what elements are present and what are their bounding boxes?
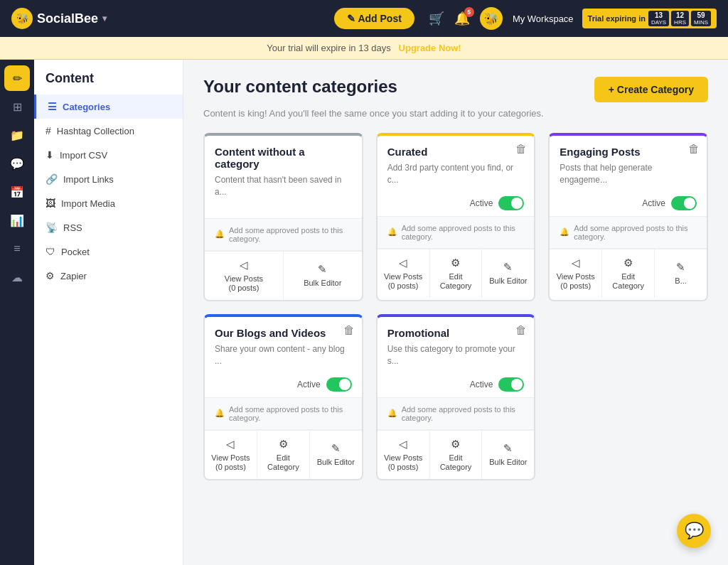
sidebar-icon-grid[interactable]: ⊞ (4, 94, 30, 119)
edit-label-engaging: Edit Category (605, 272, 651, 291)
view-posts-label-blogs: View Posts(0 posts) (211, 453, 250, 472)
view-posts-button-engaging[interactable]: ◁ View Posts(0 posts) (550, 249, 602, 298)
card-top-curated: 🗑 Curated Add 3rd party content you find… (378, 136, 535, 192)
chat-fab-icon: 💬 (685, 522, 704, 540)
bulk-editor-button-promotional[interactable]: ✎ Bulk Editor (482, 431, 534, 479)
card-actions-engaging: ◁ View Posts(0 posts) ⚙ Edit Category ✎ … (550, 249, 707, 298)
alert-text-blogs: Add some approved posts to this category… (229, 405, 352, 422)
edit-category-button-engaging[interactable]: ⚙ Edit Category (602, 249, 655, 298)
active-label-promotional: Active (470, 380, 493, 389)
hashtag-label: Hashtag Collection (57, 126, 134, 136)
bulk-editor-button-curated[interactable]: ✎ Bulk Editor (482, 249, 534, 298)
nav-icons: 🛒 🔔 5 🐝 My Workspace (429, 7, 574, 30)
cart-icon[interactable]: 🛒 (429, 11, 444, 26)
avatar[interactable]: 🐝 (480, 7, 503, 30)
sidebar-item-media[interactable]: 🖼 Import Media (34, 191, 183, 215)
toggle-curated[interactable] (498, 196, 524, 210)
logo[interactable]: 🐝 SocialBee ▾ (11, 8, 326, 29)
add-post-button[interactable]: ✎ Add Post (334, 8, 414, 29)
card-active-blogs: Active (205, 373, 362, 397)
bulk-editor-label: Bulk Editor (304, 279, 341, 288)
sidebar-item-categories[interactable]: ☰ Categories (34, 95, 183, 119)
view-posts-button-curated[interactable]: ◁ View Posts(0 posts) (378, 249, 430, 298)
top-navigation: 🐝 SocialBee ▾ ✎ Add Post 🛒 🔔 5 🐝 My Work… (0, 0, 728, 37)
card-alert-engaging: 🔔 Add some approved posts to this catego… (550, 216, 707, 249)
toggle-promotional[interactable] (498, 377, 524, 392)
hashtag-icon: # (46, 125, 51, 136)
sidebar-icon-content[interactable]: ✏ (4, 65, 30, 91)
view-posts-button-blogs[interactable]: ◁ View Posts(0 posts) (205, 431, 257, 479)
edit-category-button-curated[interactable]: ⚙ Edit Category (430, 249, 483, 298)
sidebar-icon-chat[interactable]: 💬 (4, 151, 30, 176)
edit-category-button-promotional[interactable]: ⚙ Edit Category (430, 431, 483, 479)
sidebar-icon-analytics[interactable]: 📊 (4, 208, 30, 233)
active-label-engaging: Active (642, 198, 665, 208)
page-title-area: Your content categories (203, 77, 397, 97)
bulk-editor-button-engaging[interactable]: ✎ B... (655, 249, 707, 298)
view-posts-icon-curated: ◁ (399, 257, 407, 269)
bulk-editor-icon: ✎ (318, 263, 327, 276)
create-category-button[interactable]: + Create Category (594, 77, 708, 102)
media-label: Import Media (61, 198, 115, 209)
card-alert-promotional: 🔔 Add some approved posts to this catego… (378, 397, 535, 430)
sidebar-item-hashtag[interactable]: # Hashtag Collection (34, 119, 183, 143)
sidebar-icon-calendar[interactable]: 📅 (4, 179, 30, 205)
notification-badge: 5 (464, 7, 474, 17)
card-active-curated: Active (378, 192, 535, 216)
view-posts-button-promotional[interactable]: ◁ View Posts(0 posts) (378, 431, 430, 479)
edit-category-button-blogs[interactable]: ⚙ Edit Category (257, 431, 310, 479)
card-desc-engaging: Posts that help generate engageme... (560, 162, 697, 186)
pocket-label: Pocket (61, 247, 90, 257)
sidebar-icon-rail: ✏ ⊞ 📁 💬 📅 📊 ≡ ☁ (0, 60, 34, 565)
view-posts-button-no-category[interactable]: ◁ View Posts(0 posts) (205, 252, 284, 300)
zapier-icon: ⚙ (46, 270, 55, 281)
sidebar-item-pocket[interactable]: 🛡 Pocket (34, 240, 183, 264)
edit-icon-promotional: ⚙ (451, 438, 460, 451)
sidebar-item-zapier[interactable]: ⚙ Zapier (34, 264, 183, 288)
categories-label: Categories (63, 102, 110, 112)
bulk-editor-icon-engaging: ✎ (676, 261, 685, 274)
category-card-no-category: Content without a category Content that … (203, 133, 363, 301)
view-posts-icon-engaging: ◁ (572, 257, 580, 269)
delete-promotional-button[interactable]: 🗑 (515, 324, 527, 337)
sidebar-item-rss[interactable]: 📡 RSS (34, 215, 183, 240)
view-posts-label-engaging: View Posts(0 posts) (557, 272, 595, 291)
alert-text: Add some approved posts to this category… (229, 226, 352, 243)
chat-fab-button[interactable]: 💬 (677, 514, 711, 548)
card-desc-promotional: Use this category to promote your s... (387, 343, 525, 367)
alert-text-engaging: Add some approved posts to this category… (574, 224, 697, 241)
rss-label: RSS (63, 222, 82, 233)
trial-mins: 59 (697, 11, 705, 19)
trial-badge[interactable]: Trial expiring in 13 DAYS 12 HRS 59 MINS (582, 9, 717, 28)
card-actions-promotional: ◁ View Posts(0 posts) ⚙ Edit Category ✎ … (378, 430, 535, 479)
categories-grid: Content without a category Content that … (203, 133, 708, 480)
view-posts-icon-promotional: ◁ (399, 438, 407, 451)
delete-engaging-button[interactable]: 🗑 (688, 143, 700, 156)
card-actions-curated: ◁ View Posts(0 posts) ⚙ Edit Category ✎ … (378, 249, 535, 298)
delete-curated-button[interactable]: 🗑 (515, 143, 527, 156)
toggle-blogs[interactable] (326, 377, 352, 392)
sidebar-icon-cloud[interactable]: ☁ (4, 264, 30, 290)
sidebar-icon-list[interactable]: ≡ (4, 236, 30, 262)
sidebar-item-csv[interactable]: ⬇ Import CSV (34, 143, 183, 167)
card-desc-blogs: Share your own content - any blog ... (215, 343, 352, 367)
card-desc-curated: Add 3rd party content you find, or c... (387, 162, 525, 186)
main-layout: ✏ ⊞ 📁 💬 📅 📊 ≡ ☁ Content ☰ Categories # H… (0, 60, 728, 565)
main-content: Your content categories + Create Categor… (183, 60, 728, 565)
bulk-editor-label-blogs: Bulk Editor (317, 458, 355, 467)
notification-icon[interactable]: 🔔 5 (454, 11, 470, 26)
trial-time: 13 DAYS 12 HRS 59 MINS (648, 11, 711, 26)
category-card-promotional: 🗑 Promotional Use this category to promo… (376, 314, 536, 480)
bulk-editor-button-no-category[interactable]: ✎ Bulk Editor (284, 252, 362, 300)
card-active-engaging: Active (550, 192, 707, 216)
card-top-promotional: 🗑 Promotional Use this category to promo… (378, 317, 535, 373)
bulk-editor-button-blogs[interactable]: ✎ Bulk Editor (310, 431, 362, 479)
toggle-engaging[interactable] (671, 196, 697, 210)
sidebar-icon-folder[interactable]: 📁 (4, 122, 30, 148)
upgrade-link[interactable]: Upgrade Now! (399, 43, 461, 53)
card-title-promotional: Promotional (387, 327, 525, 339)
delete-blogs-button[interactable]: 🗑 (343, 324, 355, 337)
bulk-editor-icon-curated: ✎ (503, 261, 513, 274)
trial-days: 13 (655, 11, 663, 19)
sidebar-item-links[interactable]: 🔗 Import Links (34, 167, 183, 191)
